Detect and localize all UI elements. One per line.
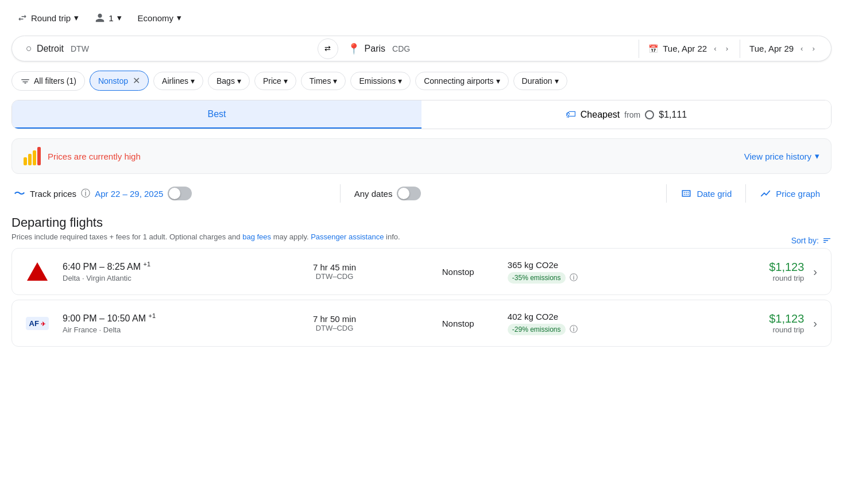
origin-icon: ○ <box>26 42 32 55</box>
departing-flights-title: Departing flights <box>11 215 832 230</box>
date-grid-icon <box>680 188 692 199</box>
passengers-button[interactable]: 1 ▾ <box>89 9 127 26</box>
return-next-button[interactable]: › <box>810 42 817 55</box>
view-price-history-button[interactable]: View price history ▾ <box>744 151 819 161</box>
departing-flights-section: Departing flights Prices include require… <box>11 215 832 347</box>
emissions-filter-button[interactable]: Emissions ▾ <box>350 72 411 90</box>
af-logo: AF ✈ <box>26 317 49 330</box>
cheapest-tab[interactable]: 🏷 Cheapest from $1,111 <box>422 100 831 129</box>
passengers-chevron: ▾ <box>117 13 122 23</box>
connecting-airports-filter-button[interactable]: Connecting airports ▾ <box>415 72 508 90</box>
airlines-row-0: Delta · Virgin Atlantic <box>63 274 260 282</box>
arrive-time-1: 10:50 AM <box>107 314 146 324</box>
price-main-1: $1,123 <box>705 312 804 325</box>
bar-3 <box>33 150 36 165</box>
any-dates-toggle[interactable] <box>397 187 421 200</box>
subtitle-end: info. <box>386 232 400 241</box>
track-prices-section: 〜 Track prices ⓘ Apr 22 – 29, 2025 <box>14 186 326 201</box>
swap-button[interactable]: ⇄ <box>318 38 338 59</box>
arrive-time-0: 8:25 AM <box>107 262 141 272</box>
airlines-filter-button[interactable]: Airlines ▾ <box>153 72 203 90</box>
depart-date-segment[interactable]: 📅 Tue, Apr 22 ‹ › <box>639 36 740 61</box>
route-text-0: DTW–CDG <box>260 272 408 281</box>
cheapest-tab-label: Cheapest <box>581 110 620 120</box>
price-status-value: high <box>124 152 140 161</box>
sort-tabs: Best 🏷 Cheapest from $1,111 <box>11 100 832 129</box>
class-button[interactable]: Economy ▾ <box>132 9 188 26</box>
price-graph-button[interactable]: Price graph <box>751 183 829 204</box>
passenger-assistance-link[interactable]: Passenger assistance <box>311 232 384 241</box>
route-text-1: DTW–CDG <box>260 324 408 332</box>
duration-filter-button[interactable]: Duration ▾ <box>513 72 567 90</box>
round-trip-chevron: ▾ <box>74 13 79 23</box>
airline-logo-0 <box>24 258 51 285</box>
emissions-badge-0: -35% emissions <box>508 272 566 284</box>
flight-times-0: 6:40 PM – 8:25 AM +1 Delta · Virgin Atla… <box>63 261 260 282</box>
emissions-info-icon-1[interactable]: ⓘ <box>570 324 578 334</box>
flight-stops-0: Nonstop <box>409 267 508 277</box>
origin-segment[interactable]: ○ Detroit DTW <box>17 37 318 60</box>
any-dates-section: Any dates <box>354 187 667 200</box>
search-bar: ○ Detroit DTW ⇄ 📍 Paris CDG 📅 Tue, Apr 2… <box>11 36 832 61</box>
filters-icon <box>20 76 30 86</box>
subtitle-mid: may apply. <box>273 232 309 241</box>
flight-times-1: 9:00 PM – 10:50 AM +1 Air France · Delta <box>63 312 260 334</box>
swap-icon: ⇄ <box>324 44 331 53</box>
all-filters-button[interactable]: All filters (1) <box>11 71 85 91</box>
depart-time-1: 9:00 PM <box>63 314 97 324</box>
round-trip-button[interactable]: Round trip ▾ <box>11 9 84 26</box>
airline-logo-1: AF ✈ <box>24 309 51 337</box>
sort-icon <box>822 236 832 245</box>
cheapest-price: $1,111 <box>659 110 687 120</box>
depart-time-0: 6:40 PM <box>63 262 97 272</box>
tool-divider-2 <box>745 184 746 203</box>
stops-text-0: Nonstop <box>442 267 474 277</box>
flight-stops-1: Nonstop <box>409 319 508 328</box>
dest-icon: 📍 <box>347 42 360 55</box>
airlines-name-0: Delta · Virgin Atlantic <box>63 274 132 282</box>
expand-button-1[interactable]: › <box>811 315 819 332</box>
emissions-label: Emissions <box>359 76 396 86</box>
bar-4 <box>37 147 41 165</box>
times-row-0: 6:40 PM – 8:25 AM +1 <box>63 261 260 272</box>
bag-fees-link[interactable]: bag fees <box>242 232 271 241</box>
return-prev-button[interactable]: ‹ <box>798 42 805 55</box>
sort-button[interactable]: Sort by: <box>791 236 832 245</box>
track-prices-info-icon[interactable]: ⓘ <box>81 188 90 200</box>
class-label: Economy <box>138 13 174 23</box>
flight-price-0: $1,123 round trip <box>705 261 804 282</box>
class-chevron: ▾ <box>177 13 181 23</box>
flight-row-0[interactable]: 6:40 PM – 8:25 AM +1 Delta · Virgin Atla… <box>11 248 832 295</box>
round-trip-icon <box>17 13 28 23</box>
date-grid-button[interactable]: Date grid <box>671 183 741 204</box>
price-chevron: ▾ <box>284 76 288 86</box>
times-filter-button[interactable]: Times ▾ <box>301 72 346 90</box>
price-indicator <box>24 147 41 165</box>
person-icon <box>95 13 105 23</box>
nonstop-remove-icon[interactable]: ✕ <box>133 75 140 86</box>
dest-city: Paris <box>365 44 385 54</box>
track-prices-date: Apr 22 – 29, 2025 <box>95 189 163 199</box>
expand-button-0[interactable]: › <box>811 263 819 281</box>
return-date-segment[interactable]: Tue, Apr 29 ‹ › <box>740 36 826 61</box>
price-graph-icon <box>760 188 771 199</box>
flight-duration-0: 7 hr 45 min DTW–CDG <box>260 262 408 281</box>
depart-next-button[interactable]: › <box>724 42 730 55</box>
emissions-badge-1: -29% emissions <box>508 324 566 335</box>
price-banner-left: Prices are currently high <box>24 147 141 165</box>
best-tab[interactable]: Best <box>12 100 422 129</box>
emissions-info-icon-0[interactable]: ⓘ <box>570 273 578 282</box>
flight-duration-1: 7 hr 50 min DTW–CDG <box>260 314 408 332</box>
price-tag-icon: 🏷 <box>566 108 576 121</box>
emissions-text-0: 365 kg CO2e <box>508 260 705 270</box>
dest-segment[interactable]: 📍 Paris CDG <box>338 37 639 61</box>
track-prices-toggle[interactable] <box>168 187 192 200</box>
bags-filter-button[interactable]: Bags ▾ <box>208 72 250 90</box>
depart-prev-button[interactable]: ‹ <box>711 42 718 55</box>
track-prices-row: 〜 Track prices ⓘ Apr 22 – 29, 2025 Any d… <box>11 183 832 204</box>
price-filter-button[interactable]: Price ▾ <box>254 72 296 90</box>
all-filters-label: All filters (1) <box>34 76 76 86</box>
nonstop-filter-button[interactable]: Nonstop ✕ <box>90 71 149 91</box>
flight-row-1[interactable]: AF ✈ 9:00 PM – 10:50 AM +1 Air France · … <box>11 300 832 347</box>
best-tab-label: Best <box>207 109 226 119</box>
